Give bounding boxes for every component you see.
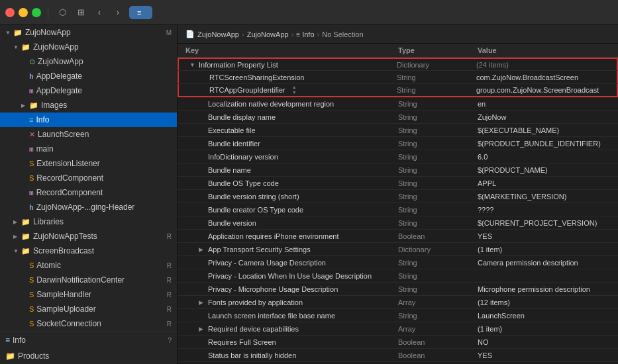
sidebar-item-screenbroadcast[interactable]: ▼📁ScreenBroadcast [0,244,177,258]
sidebar-item-recordcomponent[interactable]: mRecordComponent [0,185,177,200]
table-row[interactable]: Status bar is initially hiddenBooleanYES [178,349,618,362]
file-icon: S [29,174,34,182]
key-cell: ▼Information Property List [187,61,397,69]
sidebar-item-socketconnection[interactable]: SSocketConnectionR [0,316,177,331]
file-icon: ✕ [29,130,35,139]
sidebar-item-zujonowapp----ging-header[interactable]: hZujoNowApp-...ging-Header [0,200,177,214]
key-cell: InfoDictionary version [185,153,398,161]
table-row[interactable]: Requires Full ScreenBooleanNO [178,336,618,349]
expand-icon[interactable]: ▶ [21,103,28,109]
sidebar-item-sampleuploader[interactable]: SSampleUploaderR [0,302,177,316]
item-badge: R [167,262,172,269]
file-icon: 📁 [13,28,23,37]
chevron-right-icon[interactable]: › [111,5,125,20]
type-cell: String [398,193,478,201]
item-badge: R [167,306,172,313]
sidebar-footer-item-info[interactable]: ≡Info? [0,332,177,348]
sidebar-item-label: AppDelegate [36,86,82,95]
table-row[interactable]: Launch screen interface file base nameSt… [178,309,618,322]
expand-icon[interactable]: ▼ [189,62,196,68]
table-row[interactable]: Application requires iPhone environmentB… [178,230,618,243]
table-row[interactable]: InfoDictionary versionString6.0 [178,150,618,163]
item-badge: R [167,277,172,284]
sidebar-footer: ≡Info?📁Products [0,332,177,364]
expand-icon[interactable]: ▶ [13,219,20,225]
key-label: Bundle creator OS Type code [208,206,303,214]
minimize-button[interactable] [19,8,28,17]
nav-back-button[interactable]: ⬡ [55,5,70,20]
sidebar-item-zujonowapp[interactable]: ⊙ZujoNowApp [0,54,177,69]
table-row[interactable]: Bundle nameString$(PRODUCT_NAME) [178,163,618,177]
active-tab[interactable]: ≡ [129,6,152,19]
sidebar-item-main[interactable]: mmain [0,142,177,156]
key-label: InfoDictionary version [208,153,278,161]
table-row[interactable]: Bundle version string (short)String$(MAR… [178,190,618,203]
table-row[interactable]: RTCScreenSharingExtensionStringcom.ZujoN… [178,71,618,84]
sidebar-item-images[interactable]: ▶📁Images [0,98,177,113]
sidebar-item-label: ZujoNowAppTests [33,232,97,241]
grid-button[interactable]: ⊞ [74,5,88,20]
table-row[interactable]: ▶Required device capabilitiesArray(1 ite… [178,322,618,336]
value-cell: $(PRODUCT_NAME) [478,166,610,174]
expand-icon[interactable]: ▼ [13,248,20,254]
sidebar-item-launchscreen[interactable]: ✕LaunchScreen [0,127,177,142]
expand-icon[interactable]: ▼ [5,30,12,36]
sidebar-item-samplehandler[interactable]: SSampleHandlerR [0,287,177,302]
chevron-left-icon[interactable]: ‹ [92,5,107,20]
sidebar-item-recordcomponent[interactable]: SRecordComponent [0,171,177,185]
sidebar-item-zujonowapp[interactable]: ▼📁ZujoNowApp [0,40,177,54]
breadcrumb-sep-2: › [291,30,294,38]
key-cell: Bundle name [185,166,398,174]
file-icon: m [29,87,34,95]
table-row[interactable]: Localization native development regionSt… [178,97,618,111]
table-row[interactable]: Privacy - Location When In Use Usage Des… [178,269,618,283]
table-row[interactable]: Privacy - Microphone Usage DescriptionSt… [178,283,618,296]
item-badge: R [167,291,172,298]
sidebar-item-info[interactable]: ≡Info [0,113,177,127]
table-row[interactable]: Bundle creator OS Type codeString???? [178,203,618,216]
type-cell: Dictionary [397,61,476,69]
table-row[interactable]: ▶Fonts provided by applicationArray(12 i… [178,296,618,309]
sidebar-item-zujonowapptests[interactable]: ▶📁ZujoNowAppTestsR [0,229,177,244]
sidebar-item-appdelegate[interactable]: hAppDelegate [0,69,177,83]
sidebar-item-appdelegate[interactable]: mAppDelegate [0,83,177,98]
footer-item-label: Info [13,336,26,345]
type-cell: Array [398,298,478,306]
table-row[interactable]: Bundle versionString$(CURRENT_PROJECT_VE… [178,216,618,230]
table-row[interactable]: ▶App Transport Security SettingsDictiona… [178,243,618,256]
breadcrumb-sep-1: › [242,30,244,38]
expand-icon[interactable]: ▶ [13,234,20,240]
close-button[interactable] [5,8,15,17]
key-cell: Launch screen interface file base name [185,312,398,320]
sidebar-footer-item-products[interactable]: 📁Products [0,348,177,364]
sidebar-item-atomic[interactable]: SAtomicR [0,258,177,273]
key-cell: Bundle OS Type code [185,179,398,187]
table-row[interactable]: Executable fileString$(EXECUTABLE_NAME) [178,124,618,137]
expand-icon[interactable]: ▶ [199,299,205,306]
expand-icon[interactable]: ▶ [199,246,205,253]
sidebar-item-label: ZujoNowApp [33,42,79,52]
key-label: Requires Full Screen [208,338,276,346]
sidebar-item-label: main [36,144,54,154]
value-cell: APPL [478,179,610,187]
expand-icon[interactable]: ▼ [13,44,20,50]
table-row[interactable]: RTCAppGroupIdentifier▲▼Stringgroup.com.Z… [178,84,618,97]
sidebar-item-zujonowapp[interactable]: ▼📁ZujoNowAppM [0,25,177,40]
table-row[interactable]: Privacy - Camera Usage DescriptionString… [178,256,618,269]
breadcrumb-icon: 📄 [185,30,195,38]
table-row[interactable]: Bundle identifierString$(PRODUCT_BUNDLE_… [178,137,618,150]
sidebar-item-extensionlistener[interactable]: SExtensionListener [0,156,177,171]
sidebar-item-darwinnotificationcenter[interactable]: SDarwinNotificationCenterR [0,273,177,287]
maximize-button[interactable] [32,8,41,17]
breadcrumb-part-3: ≡Info [296,30,314,38]
stepper-arrows[interactable]: ▲▼ [292,85,297,95]
type-cell: String [398,126,478,134]
table-row[interactable]: ▼Information Property ListDictionary(24 … [178,58,618,71]
col-type: Type [398,46,478,54]
expand-icon[interactable]: ▶ [199,326,205,332]
key-cell: ▶Required device capabilities [185,325,398,333]
sidebar-item-libraries[interactable]: ▶📁Libraries [0,214,177,229]
table-row[interactable]: Bundle OS Type codeStringAPPL [178,177,618,190]
item-badge: M [166,29,172,36]
table-row[interactable]: Bundle display nameStringZujoNow [178,111,618,124]
